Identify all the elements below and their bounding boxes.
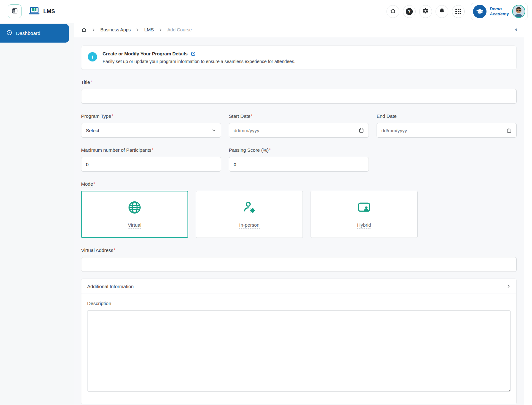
user-avatar[interactable] bbox=[512, 5, 525, 18]
end-date-field-group: End Date dd/mm/yyyy bbox=[377, 113, 517, 138]
program-type-value: Select bbox=[86, 128, 99, 133]
collapse-panel-button[interactable] bbox=[508, 23, 524, 37]
program-type-label: Program Type* bbox=[81, 113, 113, 120]
start-date-label: Start Date* bbox=[229, 113, 253, 120]
required-mark: * bbox=[152, 147, 153, 152]
info-banner: i Create or Modify Your Program Details … bbox=[81, 45, 517, 70]
calendar-icon[interactable] bbox=[506, 128, 512, 133]
header-left: LMS bbox=[8, 4, 55, 18]
right-rail bbox=[524, 23, 532, 405]
mode-option-label: Hybrid bbox=[357, 222, 371, 229]
virtual-address-field-group: Virtual Address* bbox=[81, 247, 517, 272]
virtual-address-label: Virtual Address* bbox=[81, 247, 115, 254]
start-date-placeholder: dd/mm/yyyy bbox=[234, 128, 259, 133]
calendar-icon[interactable] bbox=[359, 128, 364, 133]
settings-button[interactable] bbox=[419, 5, 432, 18]
person-gear-icon bbox=[242, 200, 257, 216]
title-label: Title* bbox=[81, 79, 92, 86]
page-content: i Create or Modify Your Program Details … bbox=[74, 37, 524, 405]
banner-subtitle: Easily set up or update your program inf… bbox=[103, 59, 295, 64]
max-participants-input[interactable] bbox=[81, 157, 221, 172]
tenant-switcher[interactable]: Demo Academy bbox=[471, 3, 528, 20]
sidebar-item-dashboard[interactable]: Dashboard bbox=[0, 24, 69, 43]
external-link-icon[interactable] bbox=[191, 51, 196, 56]
virtual-address-input[interactable] bbox=[81, 257, 517, 272]
breadcrumb-item-add-course: Add Course bbox=[167, 27, 192, 32]
page-layout: Dashboard Business Apps LMS Add Course bbox=[0, 23, 532, 405]
mode-option-label: Virtual bbox=[128, 222, 141, 229]
additional-information-header[interactable]: Additional Information bbox=[81, 279, 516, 294]
info-banner-text: Create or Modify Your Program Details Ea… bbox=[103, 51, 295, 64]
required-mark: * bbox=[114, 247, 115, 253]
required-mark: * bbox=[94, 181, 95, 186]
tenant-name: Demo Academy bbox=[490, 6, 509, 16]
start-date-field-group: Start Date* dd/mm/yyyy bbox=[229, 113, 369, 138]
notifications-icon bbox=[439, 8, 445, 15]
required-mark: * bbox=[269, 147, 270, 152]
start-date-input[interactable]: dd/mm/yyyy bbox=[229, 123, 369, 138]
passing-score-input[interactable] bbox=[229, 157, 369, 172]
apps-button[interactable] bbox=[452, 5, 465, 18]
chevron-down-icon bbox=[211, 128, 216, 133]
graduation-cap-icon bbox=[473, 5, 486, 18]
lms-logo-icon bbox=[29, 6, 40, 17]
collapse-panel-icon bbox=[513, 27, 519, 33]
description-label: Description bbox=[87, 301, 111, 307]
home-button[interactable] bbox=[387, 5, 399, 18]
main-panel: Business Apps LMS Add Course i bbox=[74, 23, 524, 405]
max-participants-field-group: Maximum number of Participants* bbox=[81, 147, 221, 172]
app-title: LMS bbox=[43, 8, 55, 15]
mode-card-hybrid[interactable]: Hybrid bbox=[311, 191, 418, 238]
passing-score-field-group: Passing Score (%)* bbox=[229, 147, 369, 172]
mode-field-group: Mode* Virtual bbox=[81, 181, 517, 238]
settings-icon bbox=[422, 7, 429, 15]
chevron-right-icon bbox=[506, 283, 511, 289]
home-icon bbox=[390, 8, 396, 15]
numbers-row: Maximum number of Participants* Passing … bbox=[81, 147, 517, 172]
sidebar: Dashboard bbox=[0, 23, 74, 405]
type-and-dates-row: Program Type* Select Start Date* dd/mm/y… bbox=[81, 113, 517, 138]
mode-card-in-person[interactable]: In-person bbox=[196, 191, 303, 238]
end-date-input[interactable]: dd/mm/yyyy bbox=[377, 123, 517, 138]
passing-score-label: Passing Score (%)* bbox=[229, 147, 271, 154]
program-type-field-group: Program Type* Select bbox=[81, 113, 221, 138]
sidebar-item-label: Dashboard bbox=[16, 30, 40, 36]
program-type-select[interactable]: Select bbox=[81, 123, 221, 138]
additional-information-body: Description bbox=[81, 294, 516, 404]
title-field-group: Title* bbox=[81, 79, 517, 104]
apps-grid-icon bbox=[455, 9, 461, 14]
required-mark: * bbox=[90, 79, 92, 85]
mode-options: Virtual bbox=[81, 191, 517, 238]
section-title: Additional Information bbox=[87, 284, 134, 289]
additional-information-section: Additional Information Description bbox=[81, 279, 517, 404]
banner-title: Create or Modify Your Program Details bbox=[103, 51, 187, 56]
mode-label: Mode* bbox=[81, 181, 95, 188]
required-mark: * bbox=[251, 113, 253, 118]
info-icon: i bbox=[88, 52, 97, 61]
panel-toggle-icon bbox=[11, 7, 18, 16]
help-button[interactable]: ? bbox=[403, 5, 416, 18]
required-mark: * bbox=[112, 113, 113, 118]
screen-person-icon bbox=[356, 200, 372, 216]
title-input[interactable] bbox=[81, 89, 517, 104]
chevron-right-icon bbox=[135, 28, 140, 32]
chevron-right-icon bbox=[158, 28, 163, 32]
app-header: LMS ? bbox=[0, 0, 532, 23]
dashboard-gauge-icon bbox=[6, 29, 12, 37]
description-textarea[interactable] bbox=[87, 310, 511, 392]
breadcrumb-home[interactable] bbox=[81, 27, 87, 33]
end-date-label: End Date bbox=[377, 113, 397, 120]
notifications-button[interactable] bbox=[436, 5, 448, 18]
breadcrumb: Business Apps LMS Add Course bbox=[74, 23, 524, 37]
globe-icon bbox=[127, 200, 142, 216]
mode-option-label: In-person bbox=[239, 222, 259, 229]
breadcrumb-item-lms[interactable]: LMS bbox=[144, 27, 154, 32]
sidebar-toggle-button[interactable] bbox=[8, 4, 21, 18]
mode-card-virtual[interactable]: Virtual bbox=[81, 191, 188, 238]
header-right: ? bbox=[387, 3, 528, 20]
home-icon bbox=[81, 27, 87, 33]
breadcrumb-item-business-apps[interactable]: Business Apps bbox=[100, 27, 131, 32]
app-logo[interactable]: LMS bbox=[29, 6, 55, 17]
max-participants-label: Maximum number of Participants* bbox=[81, 147, 154, 154]
help-icon: ? bbox=[406, 8, 413, 15]
